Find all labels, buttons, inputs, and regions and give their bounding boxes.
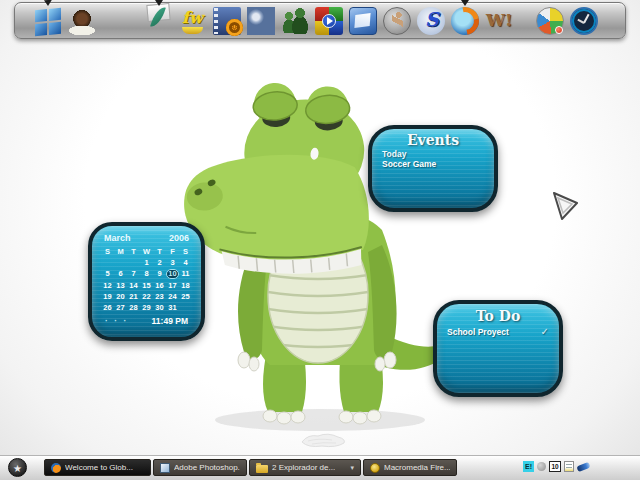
calendar-day-14[interactable]: 14 bbox=[127, 281, 140, 290]
calendar-day-11[interactable]: 11 bbox=[179, 269, 192, 279]
taskbar-button[interactable]: Welcome to Glob... bbox=[44, 459, 151, 476]
taskbar-button-label: 2 Explorador de... bbox=[272, 463, 335, 472]
event-line: Today bbox=[382, 149, 484, 159]
calendar-day-19[interactable]: 19 bbox=[101, 292, 114, 301]
calendar-day-1[interactable]: 1 bbox=[140, 258, 153, 267]
fireworks-icon bbox=[370, 463, 380, 473]
todo-list: School Proyect✓ bbox=[447, 326, 549, 337]
calendar-day-header: S bbox=[101, 247, 114, 256]
calendar-day-empty bbox=[114, 258, 127, 267]
calendar-day-header: S bbox=[179, 247, 192, 256]
calendar-day-29[interactable]: 29 bbox=[140, 303, 153, 312]
taskbar-button-label: Adobe Photoshop... bbox=[174, 463, 240, 472]
calendar-day-16[interactable]: 16 bbox=[153, 281, 166, 290]
taskbar-button[interactable]: Macromedia Fire... bbox=[363, 459, 457, 476]
system-pie-icon[interactable] bbox=[536, 7, 564, 35]
calendar-day-empty bbox=[127, 258, 140, 267]
windows-start-icon[interactable] bbox=[34, 5, 62, 35]
calendar-year[interactable]: 2006 bbox=[169, 233, 189, 243]
folder-icon bbox=[256, 465, 268, 473]
start-button[interactable]: ★ bbox=[8, 458, 27, 477]
calendar-day-header: M bbox=[114, 247, 127, 256]
todo-title: To Do bbox=[447, 308, 549, 324]
calendar-day-3[interactable]: 3 bbox=[166, 258, 179, 267]
gears-utility-icon[interactable] bbox=[247, 7, 275, 35]
calendar-day-28[interactable]: 28 bbox=[127, 303, 140, 312]
photoshop-feather-icon[interactable] bbox=[145, 7, 173, 35]
calendar-day-13[interactable]: 13 bbox=[114, 281, 127, 290]
taskbar: ★ Welcome to Glob...Adobe Photoshop...2 … bbox=[0, 455, 640, 480]
todo-item[interactable]: School Proyect✓ bbox=[447, 326, 549, 337]
artist-signature-watermark bbox=[298, 430, 350, 450]
tray-notes-icon[interactable] bbox=[564, 461, 574, 472]
fireworks-icon-glyph: fw bbox=[182, 8, 203, 27]
calendar-day-9[interactable]: 9 bbox=[153, 269, 166, 279]
calendar-day-empty bbox=[179, 303, 192, 312]
calendar-day-20[interactable]: 20 bbox=[114, 292, 127, 301]
tray-e-icon[interactable]: E! bbox=[523, 461, 534, 472]
s-logo-icon-glyph: S bbox=[425, 8, 439, 30]
calendar-day-26[interactable]: 26 bbox=[101, 303, 114, 312]
image-viewer-icon[interactable] bbox=[349, 7, 377, 35]
taskbar-button-label: Macromedia Fire... bbox=[384, 463, 450, 472]
calendar-day-12[interactable]: 12 bbox=[101, 281, 114, 290]
calendar-day-31[interactable]: 31 bbox=[166, 303, 179, 312]
chevron-down-icon[interactable]: ▾ bbox=[350, 464, 354, 472]
wood-letters-icon[interactable]: W! bbox=[485, 7, 513, 35]
calendar-day-empty bbox=[101, 258, 114, 267]
calendar-day-17[interactable]: 17 bbox=[166, 281, 179, 290]
mouse-cursor bbox=[550, 192, 580, 224]
check-icon[interactable]: ✓ bbox=[541, 326, 549, 337]
calendar-day-25[interactable]: 25 bbox=[179, 292, 192, 301]
calendar-nav-dots[interactable]: · · · bbox=[105, 316, 128, 326]
tray-stylus-icon[interactable] bbox=[576, 461, 590, 471]
system-tray: E!10 bbox=[523, 461, 590, 472]
calendar-day-22[interactable]: 22 bbox=[140, 292, 153, 301]
taskbar-button[interactable]: Adobe Photoshop... bbox=[153, 459, 247, 476]
calendar-day-5[interactable]: 5 bbox=[101, 269, 114, 279]
calendar-month[interactable]: March bbox=[104, 233, 131, 243]
taskbar-buttons: Welcome to Glob...Adobe Photoshop...2 Ex… bbox=[44, 459, 457, 476]
calendar-day-10[interactable]: 10 bbox=[166, 269, 179, 279]
calendar-day-18[interactable]: 18 bbox=[179, 281, 192, 290]
calendar-day-6[interactable]: 6 bbox=[114, 269, 127, 279]
fireworks-icon[interactable]: fw bbox=[179, 7, 207, 35]
calendar-day-header: F bbox=[166, 247, 179, 256]
wood-letters-icon-glyph: W! bbox=[486, 10, 513, 30]
s-logo-icon[interactable]: S bbox=[417, 7, 445, 35]
taskbar-button[interactable]: 2 Explorador de...▾ bbox=[249, 459, 361, 476]
events-list: TodaySoccer Game bbox=[382, 149, 484, 169]
video-editor-icon[interactable] bbox=[213, 7, 241, 35]
calendar-day-24[interactable]: 24 bbox=[166, 292, 179, 301]
calendar-day-header: W bbox=[140, 247, 153, 256]
calendar-day-21[interactable]: 21 bbox=[127, 292, 140, 301]
tray-calendar-icon[interactable]: 10 bbox=[549, 461, 561, 472]
dessert-swirl-icon[interactable] bbox=[68, 7, 96, 35]
tray-status-icon[interactable] bbox=[537, 462, 546, 471]
todo-item-label: School Proyect bbox=[447, 327, 509, 337]
clock-icon[interactable] bbox=[570, 7, 598, 35]
poser-runner-icon[interactable] bbox=[383, 7, 411, 35]
event-line: Soccer Game bbox=[382, 159, 484, 169]
calendar-day-header: T bbox=[153, 247, 166, 256]
running-indicator-icon bbox=[155, 0, 163, 6]
calendar-widget[interactable]: March 2006 SMTWTFS1234567891011121314151… bbox=[88, 222, 205, 341]
firefox-icon[interactable] bbox=[451, 7, 479, 35]
calendar-grid: SMTWTFS123456789101112131415161718192021… bbox=[101, 247, 192, 312]
dock: fwSW! bbox=[14, 2, 626, 39]
events-widget[interactable]: Events TodaySoccer Game bbox=[368, 125, 498, 212]
running-indicator-icon bbox=[461, 0, 469, 6]
calendar-day-7[interactable]: 7 bbox=[127, 269, 140, 279]
firefox-icon bbox=[51, 463, 61, 473]
calendar-day-4[interactable]: 4 bbox=[179, 258, 192, 267]
media-player-icon[interactable] bbox=[315, 7, 343, 35]
calendar-time: 11:49 PM bbox=[152, 316, 188, 326]
calendar-day-2[interactable]: 2 bbox=[153, 258, 166, 267]
calendar-day-27[interactable]: 27 bbox=[114, 303, 127, 312]
calendar-day-30[interactable]: 30 bbox=[153, 303, 166, 312]
messenger-icon[interactable] bbox=[281, 7, 309, 35]
calendar-day-8[interactable]: 8 bbox=[140, 269, 153, 279]
calendar-day-15[interactable]: 15 bbox=[140, 281, 153, 290]
calendar-day-23[interactable]: 23 bbox=[153, 292, 166, 301]
todo-widget[interactable]: To Do School Proyect✓ bbox=[433, 300, 563, 397]
